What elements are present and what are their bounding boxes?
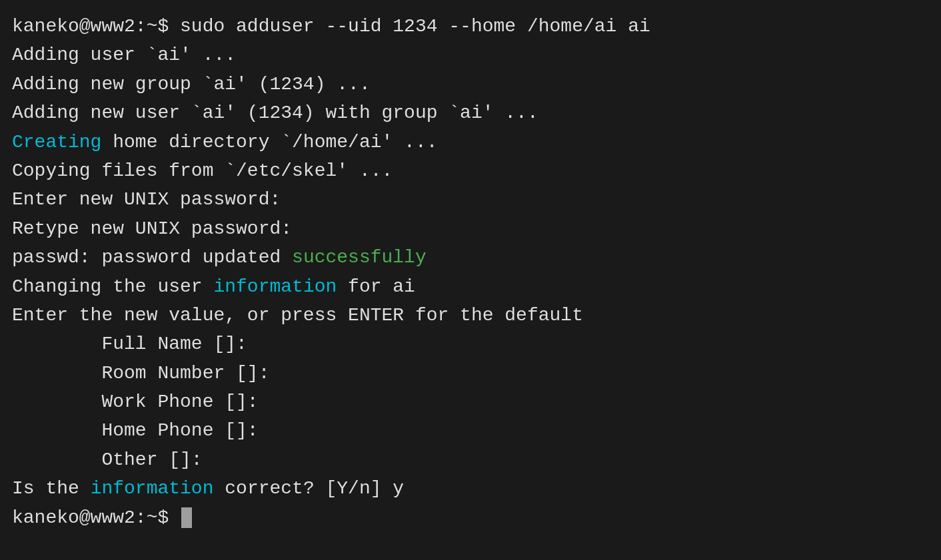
line-part: passwd: password updated	[12, 247, 292, 268]
terminal-line-password-updated: passwd: password updated successfully	[12, 243, 929, 272]
terminal-line-other: Other []:	[12, 445, 929, 474]
line-part: Changing the user	[12, 276, 213, 297]
line-part: kaneko@www2:~$	[12, 507, 180, 528]
line-part: Copying files from `/etc/skel' ...	[12, 160, 393, 181]
terminal-line-home-phone: Home Phone []:	[12, 416, 929, 445]
terminal-line-is-info-correct: Is the information correct? [Y/n] y	[12, 474, 929, 503]
terminal-line-final-prompt: kaneko@www2:~$	[12, 503, 929, 532]
line-part: kaneko@www2:~$ sudo adduser --uid 1234 -…	[12, 16, 650, 37]
line-part: Adding user `ai' ...	[12, 45, 236, 65]
terminal-line-work-phone: Work Phone []:	[12, 388, 929, 416]
terminal-line-enter-password: Enter new UNIX password:	[12, 185, 929, 214]
terminal-line-cmd-line: kaneko@www2:~$ sudo adduser --uid 1234 -…	[12, 12, 929, 41]
terminal-line-enter-new-value: Enter the new value, or press ENTER for …	[12, 301, 929, 330]
line-part: Creating	[12, 132, 101, 152]
line-part: Work Phone []:	[12, 392, 259, 412]
terminal-cursor	[181, 507, 192, 528]
line-part: Retype new UNIX password:	[12, 218, 292, 239]
terminal-line-retype-password: Retype new UNIX password:	[12, 214, 929, 243]
line-part: Adding new user `ai' (1234) with group `…	[12, 103, 538, 123]
line-part: Is the	[12, 478, 91, 499]
terminal-line-adding-new-user: Adding new user `ai' (1234) with group `…	[12, 99, 929, 127]
line-part: Room Number []:	[12, 363, 269, 384]
terminal-line-copying-files: Copying files from `/etc/skel' ...	[12, 156, 929, 185]
line-part: Adding new group `ai' (1234) ...	[12, 74, 371, 95]
terminal-line-changing-user-info: Changing the user information for ai	[12, 272, 929, 301]
line-part: Full Name []:	[12, 334, 247, 354]
terminal-line-full-name: Full Name []:	[12, 330, 929, 358]
line-part: Other []:	[12, 449, 203, 470]
line-part: Home Phone []:	[12, 420, 259, 441]
terminal-window[interactable]: kaneko@www2:~$ sudo adduser --uid 1234 -…	[12, 12, 929, 548]
line-part: Enter new UNIX password:	[12, 189, 281, 210]
terminal-line-creating-home: Creating home directory `/home/ai' ...	[12, 128, 929, 156]
line-part: correct? [Y/n] y	[213, 478, 404, 499]
line-part: successfully	[292, 247, 427, 268]
line-part: information	[91, 478, 214, 499]
terminal-line-adding-user: Adding user `ai' ...	[12, 41, 929, 69]
line-part: information	[213, 276, 337, 297]
line-part: Enter the new value, or press ENTER for …	[12, 305, 583, 326]
line-part: home directory `/home/ai' ...	[101, 132, 437, 152]
line-part: for ai	[337, 276, 415, 297]
terminal-line-room-number: Room Number []:	[12, 359, 929, 388]
terminal-line-adding-group: Adding new group `ai' (1234) ...	[12, 70, 929, 99]
